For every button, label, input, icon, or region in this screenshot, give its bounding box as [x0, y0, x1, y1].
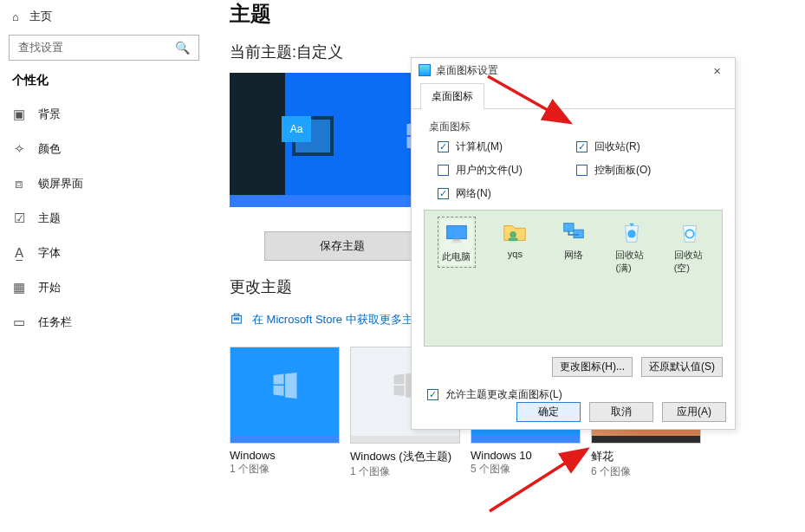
ok-button[interactable]: 确定 [516, 402, 581, 422]
sidebar-item-colors[interactable]: ✧ 颜色 [0, 132, 208, 166]
desktop-icon-settings-dialog: 桌面图标设置 × 桌面图标 桌面图标 ✓ 计算机(M) ✓ 回收站(R) ✓ 用… [411, 57, 736, 430]
svg-rect-3 [453, 239, 460, 241]
icon-label: 回收站(空) [674, 249, 706, 275]
theme-thumb [230, 347, 340, 444]
tab-desktop-icons[interactable]: 桌面图标 [420, 83, 484, 109]
theme-sub: 1 个图像 [350, 464, 460, 479]
theme-name: Windows [230, 444, 340, 462]
restore-defaults-button[interactable]: 还原默认值(S) [641, 357, 723, 377]
sidebar-item-label: 颜色 [38, 141, 61, 157]
dialog-titlebar: 桌面图标设置 × [412, 58, 735, 82]
svg-rect-6 [563, 224, 573, 231]
checkbox-icon: ✓ [576, 141, 588, 152]
checkbox-computer[interactable]: ✓ 计算机(M) [438, 139, 576, 154]
icon-recycle-empty[interactable]: 回收站(空) [674, 219, 706, 275]
sidebar-item-label: 锁屏界面 [38, 176, 83, 191]
icon-recycle-full[interactable]: 回收站(满) [615, 219, 647, 275]
network-icon [561, 219, 587, 245]
user-folder-icon [502, 219, 528, 245]
store-icon [230, 311, 243, 328]
sidebar-item-background[interactable]: ▣ 背景 [0, 97, 208, 132]
theme-icon: ☑ [12, 211, 26, 226]
preview-dark [230, 73, 285, 207]
checkbox-network[interactable]: ✓ 网络(N) [438, 186, 576, 201]
cancel-button[interactable]: 取消 [589, 402, 653, 422]
svg-rect-0 [232, 315, 242, 323]
sidebar-item-label: 开始 [38, 280, 61, 295]
preview-aa: Aa [282, 116, 311, 142]
change-icon-button[interactable]: 更改图标(H)... [552, 357, 633, 377]
home-button[interactable]: ⌂ 主页 [0, 5, 208, 31]
svg-rect-2 [451, 241, 461, 243]
theme-sub: 1 个图像 [230, 462, 340, 477]
page-title: 主题 [230, 0, 784, 38]
icon-network[interactable]: 网络 [557, 219, 589, 262]
apply-button[interactable]: 应用(A) [662, 402, 726, 422]
sidebar-item-label: 字体 [38, 245, 61, 261]
sidebar-item-taskbar[interactable]: ▭ 任务栏 [0, 305, 208, 340]
sidebar-item-fonts[interactable]: A̲ 字体 [0, 236, 208, 270]
windows-logo-icon [269, 369, 301, 403]
dialog-title-text: 桌面图标设置 [436, 63, 498, 78]
sidebar-item-themes[interactable]: ☑ 主题 [0, 201, 208, 236]
taskbar-icon: ▭ [12, 315, 26, 330]
thumb-taskbar [351, 436, 459, 443]
store-link-label: 在 Microsoft Store 中获取更多主题 [252, 312, 425, 328]
icon-preview-panel: 此电脑 yqs 网络 回收站(满) [424, 210, 723, 347]
image-icon: ▣ [12, 107, 26, 122]
dialog-title-icon [419, 64, 431, 76]
svg-rect-5 [509, 238, 518, 242]
pc-icon [444, 221, 470, 247]
checkbox-icon: ✓ [427, 389, 438, 400]
dialog-bottom-buttons: 确定 取消 应用(A) [516, 402, 726, 422]
group-label: 桌面图标 [412, 109, 735, 139]
save-theme-button[interactable]: 保存主题 [264, 231, 420, 261]
icon-this-pc[interactable]: 此电脑 [440, 219, 473, 265]
thumb-taskbar [230, 436, 339, 443]
svg-point-4 [510, 231, 517, 238]
dialog-mid-buttons: 更改图标(H)... 还原默认值(S) [412, 354, 735, 384]
settings-sidebar: ⌂ 主页 查找设置 🔍 个性化 ▣ 背景 ✧ 颜色 ⧈ 锁屏界面 ☑ 主题 A̲… [0, 0, 208, 532]
svg-rect-1 [447, 226, 467, 239]
svg-point-8 [627, 230, 635, 237]
checkbox-label: 用户的文件(U) [456, 163, 523, 178]
theme-card[interactable]: Windows 1 个图像 [230, 347, 340, 479]
icon-label: 此电脑 [442, 250, 471, 263]
recycle-empty-icon [677, 219, 703, 245]
checkbox-recycle-bin[interactable]: ✓ 回收站(R) [576, 139, 715, 154]
icon-label: yqs [508, 249, 523, 259]
theme-name: Windows (浅色主题) [350, 444, 460, 464]
close-button[interactable]: × [704, 62, 730, 80]
section-title: 个性化 [0, 73, 208, 97]
search-placeholder: 查找设置 [18, 40, 63, 55]
home-icon: ⌂ [12, 10, 19, 23]
palette-icon: ✧ [12, 141, 26, 157]
thumb-taskbar [592, 436, 700, 443]
recycle-full-icon [619, 219, 645, 245]
search-icon: 🔍 [175, 41, 190, 55]
checkbox-grid: ✓ 计算机(M) ✓ 回收站(R) ✓ 用户的文件(U) ✓ 控制面板(O) ✓… [412, 139, 735, 208]
search-input[interactable]: 查找设置 🔍 [9, 35, 199, 61]
dialog-tabs: 桌面图标 [412, 82, 735, 109]
allow-themes-label: 允许主题更改桌面图标(L) [445, 387, 562, 402]
start-icon: ▦ [12, 280, 26, 295]
theme-sub: 5 个图像 [471, 462, 581, 477]
sidebar-item-start[interactable]: ▦ 开始 [0, 270, 208, 305]
lock-icon: ⧈ [12, 176, 26, 191]
icon-label: 网络 [564, 249, 583, 262]
sidebar-item-lockscreen[interactable]: ⧈ 锁屏界面 [0, 166, 208, 201]
sidebar-item-label: 主题 [38, 211, 61, 226]
icon-user-folder[interactable]: yqs [499, 219, 531, 259]
checkbox-label: 网络(N) [456, 186, 491, 201]
thumb-taskbar [471, 436, 580, 443]
checkbox-icon: ✓ [438, 165, 449, 176]
theme-sub: 6 个图像 [591, 464, 701, 479]
checkbox-label: 回收站(R) [594, 139, 640, 154]
checkbox-icon: ✓ [576, 165, 588, 176]
checkbox-icon: ✓ [438, 188, 449, 199]
checkbox-user-files[interactable]: ✓ 用户的文件(U) [438, 163, 576, 178]
checkbox-control-panel[interactable]: ✓ 控制面板(O) [576, 163, 715, 178]
sidebar-item-label: 背景 [38, 107, 61, 122]
theme-name: 鲜花 [591, 444, 701, 464]
icon-label: 回收站(满) [615, 249, 647, 275]
